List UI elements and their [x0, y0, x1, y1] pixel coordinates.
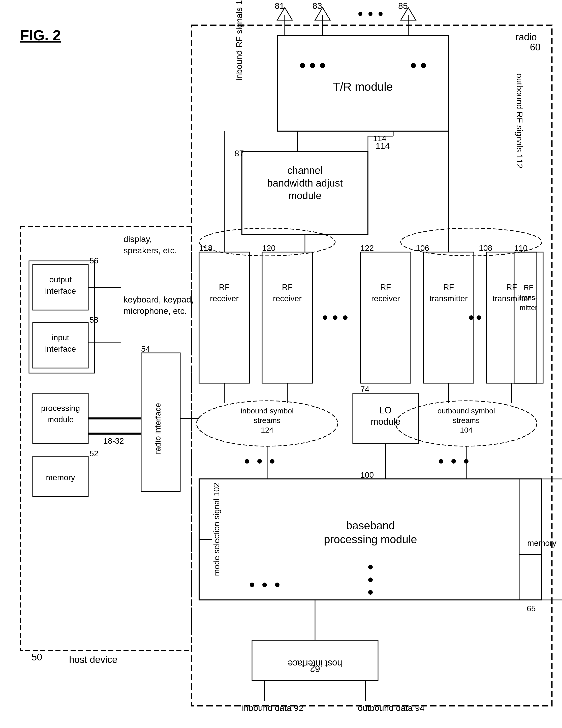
rf-recv-2-box: [262, 252, 313, 383]
input-interface-text2: interface: [45, 344, 76, 353]
outbound-rf-label: outbound RF signals 112: [515, 73, 524, 169]
baseband-num: 100: [360, 470, 374, 479]
cbam-text3: module: [288, 190, 321, 201]
rf-recv-1-box: [199, 252, 249, 383]
recv-dot3: [343, 315, 348, 320]
peripheral-display: display,: [123, 234, 152, 244]
radio-interface-text: radio interface: [153, 403, 162, 454]
rf-recv-2-text1: RF: [282, 283, 293, 292]
rf-trans-2-text1: RF: [506, 283, 517, 292]
diagram: FIG. 2 host device 50 output interface 5…: [0, 0, 562, 728]
trans-dot1: [469, 315, 474, 320]
rf-recv-3-num: 122: [360, 244, 374, 253]
mode-selection-label: mode selection signal 102: [212, 483, 221, 576]
antenna-num-81: 81: [275, 1, 284, 11]
tr-dot3: [320, 63, 325, 68]
baseband-text1: baseband: [346, 519, 395, 532]
bb-dot-row1: [250, 583, 254, 587]
host-device-number: 50: [32, 652, 42, 662]
baseband-text2: processing module: [324, 533, 417, 545]
trans-dot2: [477, 315, 481, 320]
rf-trans-3-text1: RF: [524, 284, 533, 291]
antenna-dot3: [379, 12, 383, 16]
peripheral-keyboard: keyboard, keypad,: [123, 295, 194, 304]
lo-module-text2: module: [371, 416, 400, 427]
page: FIG. 2 host device 50 output interface 5…: [0, 0, 562, 728]
lo-module-text1: LO: [380, 405, 392, 415]
outbound-symbol-text1: outbound symbol: [438, 407, 495, 415]
rf-recv-3-text2: receiver: [371, 294, 400, 303]
in-sym-dot3: [270, 459, 274, 464]
tr-dot2: [310, 63, 315, 68]
rf-trans-3-box: [514, 252, 543, 383]
inbound-data-label: inbound data 92: [242, 703, 303, 713]
out-sym-dot2: [451, 459, 456, 464]
conn-114: 114: [373, 134, 386, 143]
tr-module-text: T/R module: [333, 80, 393, 93]
output-interface-text2: interface: [45, 286, 76, 295]
tr-dot-r2: [421, 63, 426, 68]
radio-label: radio: [516, 32, 537, 42]
outbound-data-label: outbound data 94: [358, 703, 425, 713]
tr-dot-r1: [411, 63, 416, 68]
in-sym-dot2: [257, 459, 262, 464]
bb-dot1: [368, 565, 373, 569]
out-sym-dot3: [464, 459, 469, 464]
inbound-rf-label: inbound RF signals 116: [234, 0, 244, 81]
out-sym-dot1: [439, 459, 443, 464]
inbound-symbol-text1: inbound symbol: [241, 407, 294, 415]
host-device-label: host device: [69, 654, 117, 665]
bus-num: 18-32: [103, 436, 124, 445]
output-interface-text: output: [49, 275, 72, 284]
antenna-dot1: [358, 12, 362, 16]
rf-recv-2-text2: receiver: [273, 294, 302, 303]
radio-num: 60: [530, 42, 541, 52]
radio-box: [192, 25, 552, 706]
cbam-num: 87: [234, 148, 244, 158]
rf-recv-3-text1: RF: [380, 283, 391, 292]
bb-dot-row3: [275, 583, 279, 587]
bb-dot2: [368, 578, 373, 582]
rf-trans-3-text2: trans-: [519, 294, 538, 301]
input-num: 58: [89, 315, 99, 324]
inbound-symbol-num: 124: [261, 426, 273, 434]
rf-trans-1-text1: RF: [443, 283, 454, 292]
lo-num: 74: [360, 385, 369, 394]
memory-radio-num: 65: [527, 604, 536, 613]
rf-trans-3-text3: mitter: [520, 304, 537, 312]
cbam-text2: bandwidth adjust: [267, 177, 343, 189]
outbound-symbol-text2: streams: [453, 416, 480, 424]
rf-trans-1-text2: transmitter: [429, 294, 467, 303]
memory-host-text: memory: [46, 473, 75, 482]
rf-trans-2-num: 108: [479, 244, 492, 253]
in-sym-dot1: [245, 459, 249, 464]
rf-recv-1-text2: receiver: [210, 294, 239, 303]
peripheral-mic: microphone, etc.: [123, 306, 187, 316]
radio-interface-num: 54: [141, 344, 150, 353]
outbound-symbol-num: 104: [460, 426, 473, 434]
rf-trans-1-box: [423, 252, 474, 383]
rf-recv-1-text1: RF: [219, 283, 230, 292]
rf-recv-3-box: [360, 252, 411, 383]
rf-recv-2-num: 120: [262, 244, 275, 253]
host-interface-num: 62: [310, 663, 320, 674]
input-interface-text: input: [52, 333, 69, 342]
rf-trans-2-box: [486, 252, 537, 383]
bb-dot3: [368, 590, 373, 595]
inbound-symbol-text2: streams: [254, 416, 281, 424]
antenna-dot2: [368, 12, 372, 16]
bb-dot-row2: [262, 583, 267, 587]
peripheral-speakers: speakers, etc.: [123, 246, 177, 255]
recv-dot2: [333, 315, 337, 320]
tr-dot1: [300, 63, 305, 68]
processing-text: processing: [41, 404, 80, 413]
fig-label: FIG. 2: [20, 27, 61, 43]
memory-host-num: 52: [89, 449, 99, 458]
cbam-text1: channel: [287, 165, 323, 176]
antenna-num-83: 83: [313, 1, 322, 11]
processing-text2: module: [47, 415, 74, 424]
recv-dot1: [323, 315, 327, 320]
antenna-num-85: 85: [398, 1, 408, 11]
